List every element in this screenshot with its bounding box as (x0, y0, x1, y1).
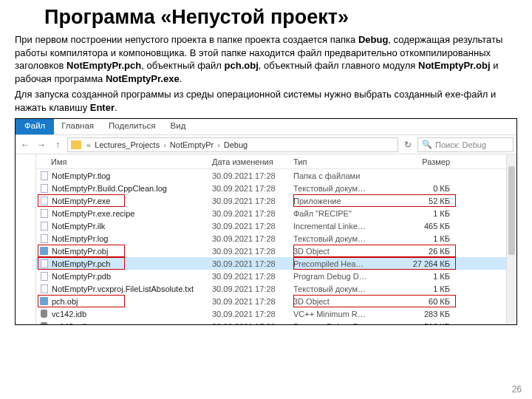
file-name: NotEmptyPr.pdb (52, 272, 111, 281)
file-type: Текстовый докум… (293, 234, 389, 243)
file-name: NotEmptyPr.exe (52, 197, 110, 205)
file-date: 30.09.2021 17:28 (212, 310, 293, 318)
file-size: 283 КБ (389, 310, 456, 318)
refresh-button[interactable]: ↻ (401, 138, 415, 151)
table-row[interactable]: NotEmptyPr.pch30.09.2021 17:28Precompile… (36, 257, 516, 270)
file-type: Incremental Linke… (293, 222, 389, 231)
address-bar[interactable]: « Lectures_Projects › NotEmptyPr › Debug (67, 137, 398, 152)
col-size[interactable]: Размер (389, 154, 456, 168)
file-icon (39, 284, 49, 293)
folder-icon (71, 140, 81, 149)
db-icon (39, 309, 49, 318)
table-row[interactable]: NotEmptyPr.log30.09.2021 17:28Текстовый … (36, 232, 516, 245)
file-date: 30.09.2021 17:28 (212, 197, 293, 205)
tab-home[interactable]: Главная (54, 119, 101, 134)
file-size: 516 КБ (389, 322, 456, 325)
file-size: 465 КБ (389, 222, 456, 231)
breadcrumb[interactable]: Lectures_Projects (95, 140, 160, 149)
file-explorer-window: Файл Главная Поделиться Вид ← → ↑ « Lect… (15, 118, 517, 325)
file-type: Program Debug D… (293, 272, 389, 281)
file-type: Файл "RECIPE" (293, 209, 389, 218)
file-size: 52 КБ (389, 197, 456, 205)
file-size: 60 КБ (389, 297, 456, 306)
up-button[interactable]: ↑ (51, 138, 64, 151)
file-size: 1 КБ (389, 272, 456, 281)
file-name: NotEmptyPr.obj (52, 247, 108, 256)
breadcrumb[interactable]: NotEmptyPr (170, 140, 214, 149)
scrollbar-thumb[interactable] (508, 166, 515, 255)
table-row[interactable]: NotEmptyPr.Build.CppClean.log30.09.2021 … (36, 182, 516, 194)
file-name: NotEmptyPr.log (52, 234, 108, 243)
back-button[interactable]: ← (18, 138, 32, 151)
tab-share[interactable]: Поделиться (101, 119, 163, 134)
paragraph-2: Для запуска созданной программы из среды… (15, 88, 517, 114)
file-date: 30.09.2021 17:28 (212, 259, 293, 268)
table-row[interactable]: NotEmptyPr.vcxproj.FileListAbsolute.txt3… (36, 282, 516, 295)
file-type: 3D Object (293, 297, 389, 306)
file-type: Program Debug D… (293, 322, 389, 325)
table-row[interactable]: vc142.pdb30.09.2021 17:28Program Debug D… (36, 320, 516, 324)
column-headers[interactable]: Имя Дата изменения Тип Размер (36, 154, 516, 169)
table-row[interactable]: NotEmptyPr.exe30.09.2021 17:28Приложение… (36, 194, 516, 207)
file-name: pch.obj (52, 297, 78, 306)
search-input[interactable]: 🔍 Поиск: Debug (417, 137, 514, 152)
address-bar-row: ← → ↑ « Lectures_Projects › NotEmptyPr ›… (16, 135, 516, 154)
obj-icon (39, 246, 49, 256)
page-title: Программа «Непустой проект» (44, 6, 532, 29)
file-date: 30.09.2021 17:28 (212, 297, 293, 306)
file-name: vc142.idb (52, 310, 86, 318)
file-type: Precompiled Hea… (293, 259, 389, 268)
file-date: 30.09.2021 17:28 (212, 234, 293, 243)
table-row[interactable]: NotEmptyPr.ilk30.09.2021 17:28Incrementa… (36, 219, 516, 232)
file-icon (39, 183, 49, 193)
file-name: NotEmptyPr.exe.recipe (52, 209, 135, 218)
file-date: 30.09.2021 17:28 (212, 322, 293, 325)
table-row[interactable]: NotEmptyPr.tlog30.09.2021 17:28Папка с ф… (36, 169, 516, 182)
file-name: vc142.pdb (52, 322, 89, 325)
tab-file[interactable]: Файл (16, 119, 54, 134)
file-name: NotEmptyPr.Build.CppClean.log (52, 184, 167, 193)
file-date: 30.09.2021 17:28 (212, 222, 293, 231)
col-type[interactable]: Тип (293, 154, 389, 168)
file-icon (39, 259, 49, 268)
file-date: 30.09.2021 17:28 (212, 171, 293, 180)
file-date: 30.09.2021 17:28 (212, 247, 293, 256)
forward-button[interactable]: → (35, 138, 48, 151)
page-number: 26 (512, 384, 522, 395)
file-icon (39, 271, 49, 281)
search-icon: 🔍 (422, 140, 432, 149)
table-row[interactable]: NotEmptyPr.exe.recipe30.09.2021 17:28Фай… (36, 207, 516, 219)
table-row[interactable]: NotEmptyPr.obj30.09.2021 17:283D Object2… (36, 245, 516, 257)
col-date[interactable]: Дата изменения (212, 154, 293, 168)
breadcrumb[interactable]: Debug (224, 140, 248, 149)
file-date: 30.09.2021 17:28 (212, 209, 293, 218)
file-name: NotEmptyPr.pch (52, 259, 110, 268)
table-row[interactable]: NotEmptyPr.pdb30.09.2021 17:28Program De… (36, 270, 516, 282)
file-icon (39, 196, 49, 205)
file-icon (39, 171, 49, 180)
table-row[interactable]: vc142.idb30.09.2021 17:28VC++ Minimum R…… (36, 307, 516, 320)
file-icon (39, 208, 49, 218)
file-size: 1 КБ (389, 284, 456, 293)
file-name: NotEmptyPr.tlog (52, 171, 110, 180)
file-date: 30.09.2021 17:28 (212, 184, 293, 193)
scrollbar[interactable] (506, 154, 516, 324)
file-type: Текстовый докум… (293, 284, 389, 293)
file-icon (39, 221, 49, 231)
file-type: 3D Object (293, 247, 389, 256)
file-list: Имя Дата изменения Тип Размер NotEmptyPr… (36, 154, 516, 324)
col-name[interactable]: Имя (36, 154, 212, 168)
file-size: 26 КБ (389, 247, 456, 256)
navigation-pane[interactable] (16, 154, 36, 324)
file-size: 27 264 КБ (389, 259, 456, 268)
file-type: Приложение (293, 197, 389, 205)
file-name: NotEmptyPr.vcxproj.FileListAbsolute.txt (52, 284, 194, 293)
file-size: 0 КБ (389, 184, 456, 193)
file-date: 30.09.2021 17:28 (212, 272, 293, 281)
file-size: 1 КБ (389, 234, 456, 243)
file-date: 30.09.2021 17:28 (212, 284, 293, 293)
obj-icon (39, 296, 49, 306)
file-type: Папка с файлами (293, 171, 389, 180)
table-row[interactable]: pch.obj30.09.2021 17:283D Object60 КБ (36, 295, 516, 307)
tab-view[interactable]: Вид (163, 119, 194, 134)
